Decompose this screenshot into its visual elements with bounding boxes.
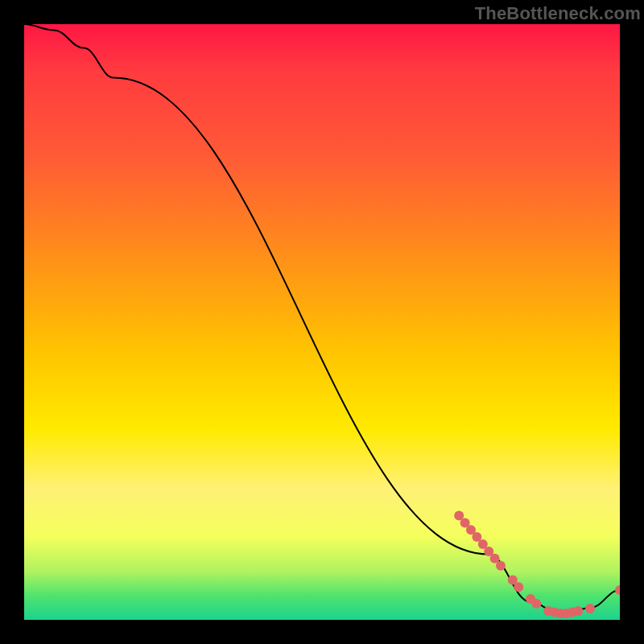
marker-group bbox=[454, 511, 620, 618]
chart-overlay bbox=[24, 24, 620, 620]
chart-frame: TheBottleneck.com bbox=[0, 0, 644, 644]
marker-point bbox=[615, 585, 620, 595]
marker-point bbox=[573, 606, 583, 616]
plot-area bbox=[24, 24, 620, 620]
marker-point bbox=[585, 604, 595, 613]
marker-point bbox=[531, 599, 541, 609]
marker-point bbox=[496, 561, 506, 571]
bottleneck-curve bbox=[24, 24, 620, 614]
watermark-text: TheBottleneck.com bbox=[475, 3, 641, 24]
marker-point bbox=[514, 582, 523, 592]
